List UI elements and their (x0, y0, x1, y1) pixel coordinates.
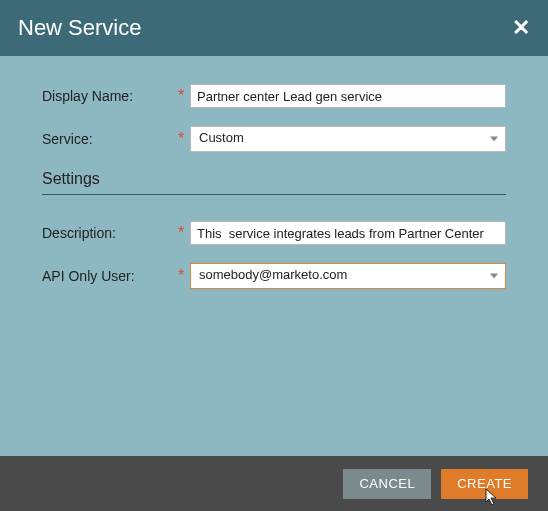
new-service-dialog: New Service ✕ Display Name: * Service: *… (0, 0, 548, 511)
row-service: Service: * Custom (42, 126, 506, 152)
select-api-only-user[interactable]: somebody@marketo.com (190, 263, 506, 289)
create-button[interactable]: CREATE (441, 469, 528, 499)
row-api-only-user: API Only User: * somebody@marketo.com (42, 263, 506, 289)
dialog-footer: CANCEL CREATE (0, 456, 548, 511)
required-icon: * (174, 130, 188, 148)
dialog-titlebar: New Service ✕ (0, 0, 548, 56)
select-api-only-user-value: somebody@marketo.com (190, 263, 506, 289)
row-description: Description: * (42, 221, 506, 245)
label-description: Description: (42, 225, 174, 241)
required-icon: * (174, 87, 188, 105)
label-service: Service: (42, 131, 174, 147)
label-display-name: Display Name: (42, 88, 174, 104)
label-api-only-user: API Only User: (42, 268, 174, 284)
close-icon[interactable]: ✕ (512, 17, 530, 39)
required-icon: * (174, 224, 188, 242)
input-display-name[interactable] (190, 84, 506, 108)
cancel-button[interactable]: CANCEL (343, 469, 431, 499)
input-description[interactable] (190, 221, 506, 245)
dialog-title: New Service (18, 15, 141, 41)
row-display-name: Display Name: * (42, 84, 506, 108)
select-service[interactable]: Custom (190, 126, 506, 152)
settings-heading: Settings (42, 170, 506, 195)
dialog-content: Display Name: * Service: * Custom Settin… (0, 56, 548, 456)
select-service-value: Custom (190, 126, 506, 152)
required-icon: * (174, 267, 188, 285)
